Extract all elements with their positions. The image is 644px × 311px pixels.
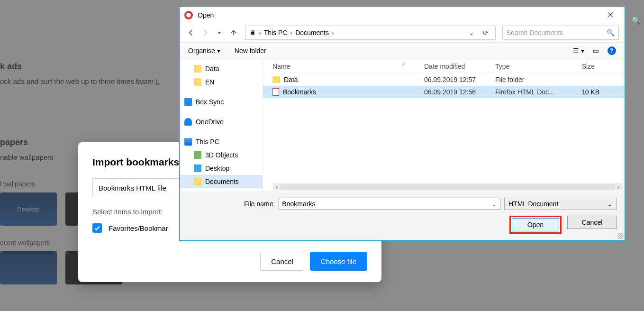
refresh-button[interactable]: ⟳	[480, 29, 491, 37]
tree-this-pc[interactable]: This PC	[180, 135, 263, 148]
checkbox-checked-icon[interactable]	[92, 223, 102, 233]
file-row-data[interactable]: Data 06.09.2019 12:57 File folder	[263, 73, 625, 86]
dialog-title: Open	[198, 11, 214, 19]
help-icon[interactable]: ?	[608, 46, 616, 55]
open-file-dialog: Open 🖥 › This PC › Documents › ⌄ ⟳ Searc…	[179, 7, 625, 241]
desktop-icon	[194, 165, 201, 172]
up-button[interactable]	[228, 27, 239, 38]
folder-icon	[194, 78, 201, 86]
preview-pane-icon[interactable]: ▭	[593, 47, 599, 55]
pc-icon: 🖥	[249, 29, 256, 37]
search-placeholder: Search Documents	[507, 29, 563, 37]
breadcrumb-documents[interactable]: Documents	[295, 29, 329, 37]
tree-en[interactable]: EN	[180, 75, 263, 89]
file-name-label: File name:	[244, 200, 275, 208]
tree-documents[interactable]: Documents	[180, 175, 263, 188]
choose-file-button[interactable]: Choose file	[310, 252, 367, 271]
address-bar[interactable]: 🖥 › This PC › Documents › ⌄ ⟳	[245, 26, 496, 40]
objects-icon	[194, 151, 201, 159]
sort-icon: ˄	[402, 63, 405, 70]
search-icon: 🔍	[607, 29, 615, 37]
page-search-icon[interactable]: 🔍	[632, 16, 641, 25]
tree-3d-objects[interactable]: 3D Objects	[180, 148, 263, 162]
folder-icon	[194, 178, 201, 185]
scroll-right-icon[interactable]: ›	[615, 183, 622, 191]
open-button[interactable]: Open	[512, 218, 559, 231]
tree-onedrive[interactable]: OneDrive	[180, 115, 263, 128]
cancel-button[interactable]: Cancel	[567, 216, 617, 229]
recent-dropdown[interactable]	[214, 27, 225, 38]
pc-icon	[184, 138, 192, 146]
favorites-checkbox-label: Favorites/Bookmar	[109, 224, 168, 232]
forward-button[interactable]	[200, 27, 211, 38]
cloud-icon	[184, 118, 192, 126]
scroll-left-icon[interactable]: ‹	[273, 183, 280, 191]
open-button-highlight: Open	[509, 216, 562, 234]
breadcrumb-this-pc[interactable]: This PC	[264, 29, 288, 37]
search-input[interactable]: Search Documents 🔍	[502, 26, 619, 40]
file-type-select[interactable]: HTML Document ⌄	[504, 198, 617, 210]
column-type[interactable]: Type	[495, 63, 566, 70]
column-name[interactable]: Name ˄	[272, 63, 424, 70]
svg-marker-2	[218, 32, 221, 34]
file-list: Name ˄ Date modified Type Size Data 06.0…	[263, 59, 625, 192]
resize-grip-icon[interactable]	[617, 233, 623, 239]
tree-box-sync[interactable]: Box Sync	[180, 95, 263, 109]
column-size[interactable]: Size	[566, 63, 595, 70]
file-row-bookmarks[interactable]: Bookmarks 06.09.2019 12:56 Firefox HTML …	[263, 86, 625, 98]
column-date[interactable]: Date modified	[424, 63, 495, 70]
box-icon	[184, 98, 192, 106]
opera-icon	[184, 11, 193, 19]
dropdown-icon: ⌄	[607, 200, 613, 208]
tree-desktop[interactable]: Desktop	[180, 162, 263, 175]
folder-icon	[194, 65, 201, 73]
address-dropdown-icon[interactable]: ⌄	[466, 29, 477, 37]
view-options-icon[interactable]: ☰ ▾	[573, 47, 584, 55]
folder-icon	[272, 76, 280, 83]
dropdown-icon: ▾	[217, 47, 220, 55]
back-button[interactable]	[185, 27, 197, 38]
folder-tree: Data EN Box Sync OneDrive This PC 3D Obj…	[180, 59, 263, 192]
organise-menu[interactable]: Organise ▾	[188, 47, 220, 55]
html-file-icon	[272, 88, 279, 96]
file-name-input[interactable]: Bookmarks ⌄	[279, 198, 500, 210]
close-button[interactable]	[601, 11, 620, 19]
horizontal-scrollbar[interactable]: ‹ ›	[272, 183, 623, 191]
import-cancel-button[interactable]: Cancel	[260, 252, 304, 271]
tree-data[interactable]: Data	[180, 62, 263, 75]
dropdown-icon[interactable]: ⌄	[491, 200, 497, 208]
new-folder-button[interactable]: New folder	[235, 47, 266, 55]
